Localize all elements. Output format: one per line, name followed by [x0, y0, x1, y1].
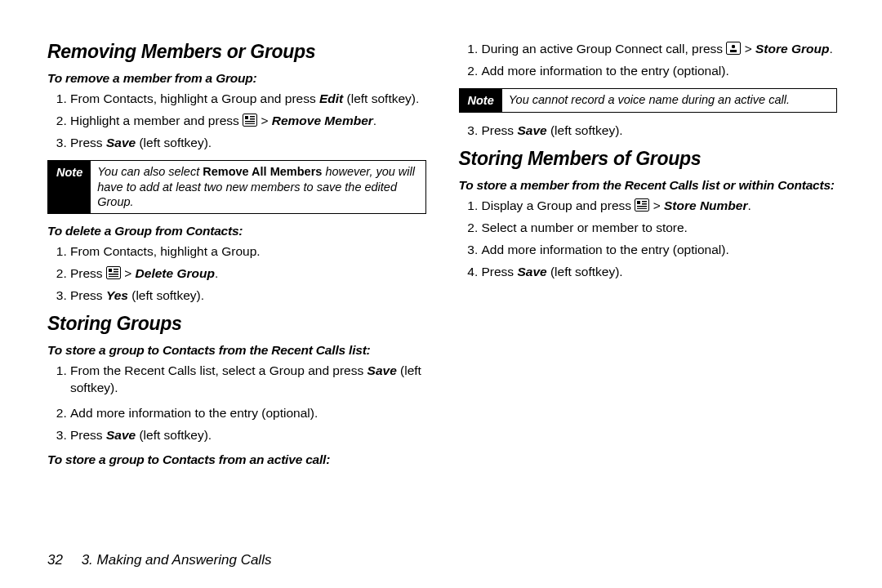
note-label: Note [48, 161, 91, 214]
heading-removing: Removing Members or Groups [47, 41, 426, 63]
list-item: Press Save (left softkey). [482, 264, 838, 281]
chapter-title: 3. Making and Answering Calls [82, 552, 272, 568]
list-item: Add more information to the entry (optio… [70, 405, 426, 422]
note-box: Note You cannot record a voice name duri… [459, 88, 838, 113]
list-item: Display a Group and press > Store Number… [482, 198, 838, 215]
list-item: Highlight a member and press > Remove Me… [70, 113, 426, 130]
options-icon [243, 114, 257, 127]
note-body: You can also select Remove All Members h… [91, 161, 425, 214]
steps-store-recent-cont: Add more information to the entry (optio… [47, 405, 426, 444]
heading-storing-groups: Storing Groups [47, 313, 426, 335]
steps-delete-group: From Contacts, highlight a Group. Press … [47, 243, 426, 305]
steps-store-active: During an active Group Connect call, pre… [459, 41, 838, 80]
list-item: Press Yes (left softkey). [70, 287, 426, 305]
manual-page: Removing Members or Groups To remove a m… [0, 0, 882, 506]
contacts-icon [726, 42, 741, 55]
steps-store-recent: From the Recent Calls list, select a Gro… [47, 363, 426, 397]
steps-store-active-cont: Press Save (left softkey). [459, 122, 838, 140]
list-item: Press > Delete Group. [70, 265, 426, 283]
subhead-store-active: To store a group to Contacts from an act… [47, 452, 426, 467]
steps-store-member: Display a Group and press > Store Number… [459, 198, 838, 281]
list-item: During an active Group Connect call, pre… [482, 41, 838, 58]
list-item: Press Save (left softkey). [70, 427, 426, 444]
subhead-delete-group: To delete a Group from Contacts: [47, 224, 426, 238]
heading-storing-members: Storing Members of Groups [459, 148, 838, 170]
note-body: You cannot record a voice name during an… [502, 89, 796, 112]
note-box: Note You can also select Remove All Memb… [47, 160, 426, 215]
subhead-remove-member: To remove a member from a Group: [47, 71, 426, 86]
options-icon [635, 198, 649, 212]
list-item: Select a number or member to store. [482, 220, 838, 237]
subhead-store-member: To store a member from the Recent Calls … [459, 178, 838, 193]
subhead-store-recent: To store a group to Contacts from the Re… [47, 343, 426, 358]
list-item: Press Save (left softkey). [70, 135, 426, 152]
list-item: Press Save (left softkey). [482, 122, 838, 140]
options-icon [106, 266, 121, 279]
list-item: Add more information to the entry (optio… [482, 63, 838, 80]
list-item: From Contacts, highlight a Group. [70, 243, 426, 261]
steps-remove-member: From Contacts, highlight a Group and pre… [47, 91, 426, 152]
page-footer: 32 3. Making and Answering Calls [47, 552, 271, 568]
list-item: From the Recent Calls list, select a Gro… [70, 363, 426, 397]
note-label: Note [460, 89, 502, 112]
list-item: Add more information to the entry (optio… [482, 242, 838, 259]
list-item: From Contacts, highlight a Group and pre… [70, 91, 426, 108]
page-number: 32 [47, 552, 63, 568]
